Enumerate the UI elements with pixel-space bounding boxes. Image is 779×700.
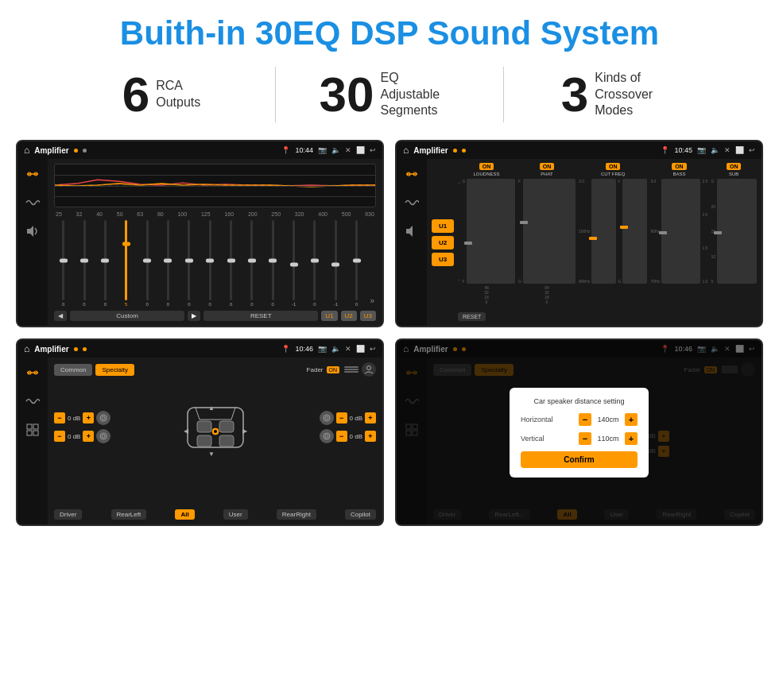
left-top-plus[interactable]: + [83, 412, 94, 423]
status-pin-2: 📍 [661, 146, 669, 154]
eq-icon-active[interactable] [22, 164, 43, 184]
eq-u2-btn[interactable]: U2 [341, 311, 357, 321]
right-bot-plus[interactable]: + [365, 431, 376, 442]
vertical-plus-btn[interactable]: + [625, 432, 638, 445]
loudness-channel: ~~ GF [458, 179, 515, 284]
eq-play-btn[interactable]: ▶ [188, 311, 200, 321]
volume-icon[interactable] [22, 221, 43, 242]
eq-custom-btn[interactable]: Custom [70, 311, 184, 321]
speaker-icon-right-top [320, 411, 334, 425]
home-icon-2[interactable]: ⌂ [403, 145, 409, 156]
svg-rect-15 [33, 431, 38, 435]
eq-u1-btn[interactable]: U1 [321, 311, 337, 321]
copilot-btn[interactable]: Copilot [345, 509, 376, 520]
wave-icon-2[interactable] [401, 192, 422, 213]
rear-right-btn[interactable]: RearRight [277, 509, 316, 520]
status-vol-2: 🔈 [711, 146, 719, 154]
left-top-minus[interactable]: − [54, 412, 65, 423]
rear-left-btn[interactable]: RearLeft [111, 509, 147, 520]
tab-common[interactable]: Common [54, 364, 92, 376]
cutfreq-on[interactable]: ON [606, 163, 621, 170]
status-x-3: ✕ [345, 345, 351, 353]
status-rect-2: ⬜ [735, 146, 744, 154]
crossover-side-icons [17, 358, 48, 524]
wave-icon-3[interactable] [22, 391, 43, 412]
left-bottom-control: − 0 dB + [54, 429, 110, 443]
driver-btn[interactable]: Driver [54, 509, 82, 520]
eq-slider-11[interactable]: -1 [285, 220, 303, 307]
screen-amp: ⌂ Amplifier 📍 10:45 📷 🔈 ✕ ⬜ ↩ [395, 140, 763, 327]
amp-u3-btn[interactable]: U3 [432, 253, 454, 266]
amp-reset-btn[interactable]: RESET [458, 312, 486, 321]
volume-icon-2[interactable] [401, 221, 422, 242]
amp-channel-headers: ON LOUDNESS ON PHAT ON CUT FREQ ON [458, 163, 757, 176]
status-pin-3: 📍 [281, 345, 290, 353]
eq-slider-4[interactable]: 0 [138, 220, 156, 307]
eq-slider-0[interactable]: 0 [54, 220, 72, 307]
status-bar-2: ⌂ Amplifier 📍 10:45 📷 🔈 ✕ ⬜ ↩ [397, 141, 762, 159]
profile-icon-3[interactable] [362, 362, 376, 377]
eq-bottom-bar: ◀ Custom ▶ RESET U1 U2 U3 [54, 311, 376, 321]
amp-u2-btn[interactable]: U2 [432, 236, 454, 249]
right-top-plus[interactable]: + [365, 412, 376, 423]
eq-graph [54, 164, 376, 207]
app-name-3: Amplifier [34, 345, 68, 354]
amp-screen-content: U1 U2 U3 ON LOUDNESS ON PHAT [397, 159, 762, 326]
home-icon-3[interactable]: ⌂ [24, 343, 29, 354]
screen-crossover-dialog: ⌂ Amplifier 📍 10:46 📷 🔈 ✕ ⬜ ↩ [395, 338, 763, 526]
eq-slider-12[interactable]: 0 [305, 220, 324, 307]
right-bot-minus[interactable]: − [336, 431, 347, 442]
eq-slider-10[interactable]: 0 [264, 220, 282, 307]
bass-on[interactable]: ON [672, 163, 687, 170]
eq-prev-btn[interactable]: ◀ [54, 311, 67, 321]
svg-point-30 [214, 430, 217, 433]
eq-slider-14[interactable]: 0 [347, 220, 366, 307]
svg-text:◀: ◀ [184, 427, 189, 435]
loudness-on[interactable]: ON [479, 163, 494, 170]
amp-u1-btn[interactable]: U1 [432, 219, 454, 233]
svg-point-38 [325, 435, 328, 438]
eq-slider-3[interactable]: 5 [117, 220, 135, 307]
horizontal-plus-btn[interactable]: + [625, 413, 638, 426]
eq-reset-btn[interactable]: RESET [203, 311, 318, 321]
tab-specialty[interactable]: Specialty [95, 364, 134, 376]
svg-rect-27 [197, 435, 211, 447]
crossover-screen-content: Common Specialty Fader ON [17, 358, 382, 524]
eq-icon-2[interactable] [401, 164, 422, 184]
eq-slider-5[interactable]: 0 [159, 220, 177, 307]
wave-icon[interactable] [22, 192, 43, 213]
expand-icon-3[interactable] [22, 420, 43, 440]
svg-point-20 [102, 435, 105, 438]
horizontal-minus-btn[interactable]: − [579, 413, 591, 426]
all-btn[interactable]: All [175, 509, 194, 520]
eq-slider-1[interactable]: 0 [75, 220, 93, 307]
right-top-minus[interactable]: − [336, 412, 347, 423]
amp-channels-container: ON LOUDNESS ON PHAT ON CUT FREQ ON [458, 163, 757, 322]
left-bot-plus[interactable]: + [83, 431, 94, 442]
user-btn[interactable]: User [223, 509, 248, 520]
bass-channel: 3.090Hz70Hz 2.52.01.51.0 [650, 179, 707, 284]
eq-slider-6[interactable]: 0 [180, 220, 198, 307]
confirm-button[interactable]: Confirm [521, 451, 638, 468]
crossover-tabs: Common Specialty Fader ON [54, 362, 376, 377]
eq-slider-13[interactable]: -1 [327, 220, 345, 307]
svg-text:▼: ▼ [208, 451, 215, 458]
screenshots-grid: ⌂ Amplifier 📍 10:44 📷 🔈 ✕ ⬜ ↩ [0, 135, 779, 542]
left-bot-minus[interactable]: − [54, 431, 65, 442]
svg-line-23 [231, 408, 235, 420]
status-time-3: 10:46 [295, 345, 313, 353]
eq-icon-3[interactable] [22, 362, 43, 383]
vertical-minus-btn[interactable]: − [579, 432, 591, 445]
fader-on[interactable]: ON [327, 366, 340, 373]
status-time-2: 10:45 [674, 146, 692, 154]
eq-slider-2[interactable]: 0 [96, 220, 114, 307]
sub-on[interactable]: ON [727, 163, 742, 170]
eq-slider-9[interactable]: 0 [242, 220, 261, 307]
amp-main: U1 U2 U3 ON LOUDNESS ON PHAT [427, 159, 762, 326]
eq-slider-7[interactable]: 0 [201, 220, 219, 307]
phat-on[interactable]: ON [540, 163, 555, 170]
eq-slider-8[interactable]: 0 [222, 220, 240, 307]
eq-u3-btn[interactable]: U3 [360, 311, 376, 321]
home-icon-1[interactable]: ⌂ [24, 145, 29, 156]
status-back-2: ↩ [749, 146, 755, 154]
